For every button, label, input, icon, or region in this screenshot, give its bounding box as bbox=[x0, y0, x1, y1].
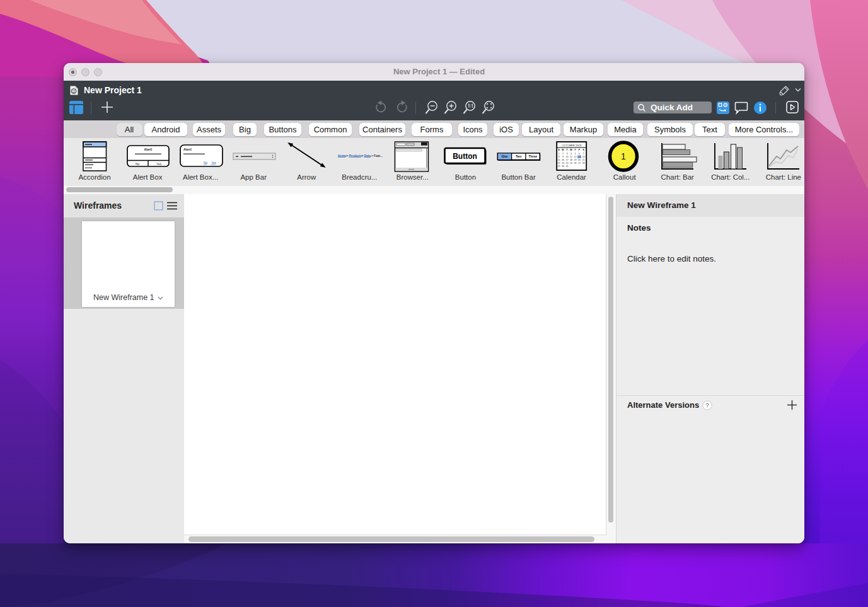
svg-text:28: 28 bbox=[582, 162, 584, 165]
svg-text:19: 19 bbox=[574, 159, 576, 161]
svg-text:Products: Products bbox=[349, 154, 362, 158]
svg-text:22: 22 bbox=[557, 162, 560, 165]
svg-text:20: 20 bbox=[578, 159, 581, 161]
svg-text:9: 9 bbox=[562, 156, 564, 158]
svg-text:17: 17 bbox=[565, 159, 568, 161]
svg-text:24: 24 bbox=[565, 162, 568, 165]
svg-text:8: 8 bbox=[558, 156, 559, 158]
svg-text:21: 21 bbox=[582, 159, 584, 161]
svg-text:25: 25 bbox=[570, 162, 572, 165]
svg-text:>: > bbox=[371, 154, 373, 158]
svg-text:4: 4 bbox=[570, 153, 572, 155]
svg-text:Yes: Yes bbox=[211, 161, 216, 165]
svg-text:S: S bbox=[582, 148, 584, 151]
svg-text:1: 1 bbox=[621, 151, 626, 161]
svg-text:>: > bbox=[347, 154, 349, 158]
svg-text:18: 18 bbox=[570, 159, 572, 161]
svg-text:Three: Three bbox=[528, 154, 537, 158]
svg-text:7: 7 bbox=[582, 153, 584, 155]
svg-text:2: 2 bbox=[562, 153, 564, 155]
svg-text:5: 5 bbox=[574, 153, 576, 155]
svg-text:OCTOBER 2009: OCTOBER 2009 bbox=[562, 144, 582, 147]
svg-text:Alert!: Alert! bbox=[144, 147, 153, 151]
svg-text:14: 14 bbox=[582, 156, 584, 158]
svg-text:3: 3 bbox=[566, 153, 567, 155]
svg-text:15: 15 bbox=[557, 159, 560, 161]
svg-text:?: ? bbox=[705, 402, 709, 408]
svg-text:11: 11 bbox=[570, 156, 572, 158]
svg-text:S: S bbox=[558, 148, 560, 151]
svg-text:30: 30 bbox=[562, 165, 564, 168]
svg-text:W: W bbox=[570, 148, 572, 151]
svg-text:10: 10 bbox=[565, 156, 568, 158]
svg-text:One: One bbox=[501, 154, 507, 158]
svg-text:>: > bbox=[362, 154, 364, 158]
svg-text:31: 31 bbox=[565, 165, 568, 168]
svg-text:27: 27 bbox=[578, 162, 581, 165]
svg-text:12: 12 bbox=[574, 156, 576, 158]
svg-text:Two: Two bbox=[515, 154, 521, 158]
svg-text:No: No bbox=[136, 163, 139, 166]
svg-text:16: 16 bbox=[562, 159, 564, 161]
svg-text:13: 13 bbox=[578, 156, 581, 158]
svg-text:Yes: Yes bbox=[156, 163, 161, 166]
svg-text:26: 26 bbox=[574, 162, 576, 165]
svg-text:23: 23 bbox=[562, 162, 564, 165]
svg-text:1: 1 bbox=[558, 153, 559, 155]
svg-text:Button: Button bbox=[453, 152, 478, 161]
svg-text:Feat...: Feat... bbox=[374, 154, 383, 158]
svg-text:29: 29 bbox=[557, 165, 560, 168]
svg-text:Alert!: Alert! bbox=[183, 147, 192, 151]
svg-text:6: 6 bbox=[579, 153, 580, 155]
svg-text:No: No bbox=[204, 161, 207, 165]
svg-text:Home: Home bbox=[338, 154, 347, 158]
svg-text:Data: Data bbox=[364, 154, 371, 158]
